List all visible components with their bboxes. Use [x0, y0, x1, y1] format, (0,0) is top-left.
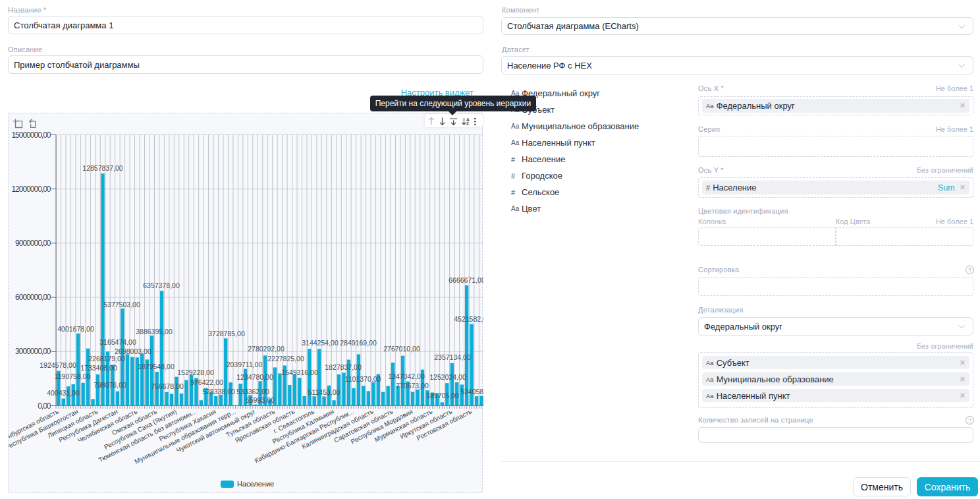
svg-text:2268179,00: 2268179,00 [88, 355, 125, 363]
svg-text:2849169,00: 2849169,00 [340, 339, 377, 347]
svg-text:4521582,00: 4521582,00 [454, 315, 483, 323]
svg-text:1529228,00: 1529228,00 [177, 368, 214, 376]
svg-text:1879548,00: 1879548,00 [138, 363, 175, 370]
svg-text:2698003,00: 2698003,00 [115, 347, 151, 355]
svg-text:1101370,00: 1101370,00 [345, 375, 381, 383]
svg-text:12857837,00: 12857837,00 [82, 164, 122, 172]
svg-text:15000000,00: 15000000,00 [11, 131, 51, 140]
svg-text:1190758,00: 1190758,00 [55, 372, 91, 380]
svg-text:2357134,00: 2357134,00 [434, 353, 471, 361]
svg-text:12000000,00: 12000000,00 [11, 185, 51, 194]
svg-text:798076,00: 798076,00 [94, 381, 126, 389]
svg-text:3144254,00: 3144254,00 [302, 339, 339, 347]
svg-text:1733408,00: 1733408,00 [80, 364, 117, 372]
svg-text:6666671,00: 6666671,00 [449, 276, 483, 284]
svg-text:2767010,00: 2767010,00 [383, 345, 420, 353]
svg-text:3165474,00: 3165474,00 [99, 338, 136, 346]
svg-text:533362,00: 533362,00 [236, 388, 269, 396]
svg-text:189705,00: 189705,00 [426, 392, 459, 399]
svg-text:2227825,00: 2227825,00 [267, 355, 304, 363]
svg-text:976422,00: 976422,00 [190, 378, 223, 386]
svg-text:1347042,00: 1347042,00 [388, 372, 425, 380]
svg-text:55993,00: 55993,00 [246, 396, 275, 404]
svg-text:1252024,00: 1252024,00 [429, 373, 466, 381]
svg-text:1924578,00: 1924578,00 [40, 361, 76, 369]
svg-text:Население: Население [237, 480, 274, 488]
svg-text:6000000,00: 6000000,00 [15, 293, 51, 302]
svg-text:2780292,00: 2780292,00 [248, 345, 285, 353]
svg-text:1827837,00: 1827837,00 [325, 363, 362, 371]
svg-text:756678,00: 756678,00 [151, 382, 184, 390]
svg-text:511453,00: 511453,00 [308, 388, 340, 396]
svg-text:770673,00: 770673,00 [396, 382, 429, 390]
svg-text:9000000,00: 9000000,00 [15, 239, 51, 248]
svg-text:Z: Z [466, 121, 469, 126]
svg-text:2039711,00: 2039711,00 [227, 361, 263, 368]
svg-text:3886395,00: 3886395,00 [136, 328, 173, 336]
svg-text:3000000,00: 3000000,00 [15, 347, 51, 356]
svg-text:1234780,00: 1234780,00 [236, 373, 273, 381]
svg-text:4001678,00: 4001678,00 [57, 325, 94, 333]
svg-text:400431,00: 400431,00 [47, 389, 80, 397]
svg-text:3728785,00: 3728785,00 [208, 330, 245, 338]
svg-text:1549316,00: 1549316,00 [281, 368, 318, 376]
svg-text:6357378,00: 6357378,00 [143, 281, 180, 289]
svg-text:528338,00: 528338,00 [202, 388, 235, 396]
svg-text:524058,00: 524058,00 [460, 388, 483, 396]
svg-text:0,00: 0,00 [38, 401, 51, 411]
svg-text:5377503,00: 5377503,00 [103, 301, 140, 308]
